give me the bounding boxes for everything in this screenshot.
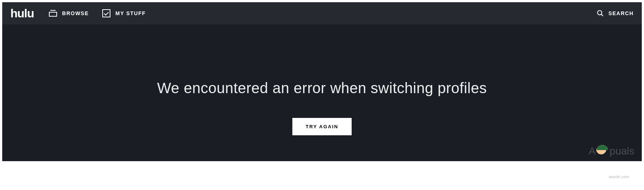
browse-icon [49, 10, 57, 17]
error-message: We encountered an error when switching p… [157, 80, 487, 96]
watermark-prefix: A [588, 145, 595, 157]
search-label: SEARCH [608, 10, 634, 16]
mystuff-nav-item[interactable]: MY STUFF [102, 9, 146, 17]
app-container: hulu BROWSE MY STUFF SEARCH [2, 2, 642, 161]
header-right: SEARCH [597, 10, 634, 17]
header-bar: hulu BROWSE MY STUFF SEARCH [2, 2, 642, 24]
browse-label: BROWSE [62, 10, 89, 16]
nav-items: BROWSE MY STUFF [49, 9, 146, 17]
main-content: We encountered an error when switching p… [2, 24, 642, 135]
svg-line-1 [601, 14, 603, 16]
header-left: hulu BROWSE MY STUFF [10, 7, 146, 20]
mystuff-label: MY STUFF [116, 10, 146, 16]
browse-nav-item[interactable]: BROWSE [49, 10, 89, 17]
avatar-icon [596, 145, 609, 157]
hulu-logo[interactable]: hulu [10, 7, 34, 20]
watermark-small: wsxdn.com [609, 174, 629, 179]
search-icon [597, 10, 604, 17]
watermark-suffix: puals [610, 145, 634, 157]
try-again-button[interactable]: TRY AGAIN [292, 118, 352, 135]
watermark: A puals [588, 145, 634, 157]
checkmark-box-icon [102, 9, 110, 17]
svg-point-0 [597, 11, 602, 15]
search-nav-item[interactable]: SEARCH [597, 10, 634, 17]
